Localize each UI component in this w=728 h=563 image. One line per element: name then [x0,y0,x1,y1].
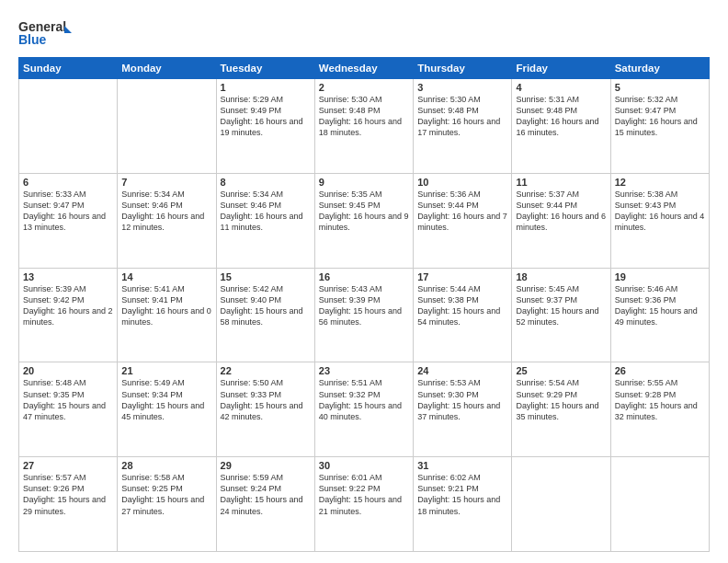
week-row-5: 27Sunrise: 5:57 AM Sunset: 9:26 PM Dayli… [19,457,710,552]
day-number: 6 [23,177,113,188]
day-number: 10 [417,177,507,188]
day-cell: 25Sunrise: 5:54 AM Sunset: 9:29 PM Dayli… [512,362,610,457]
day-cell: 28Sunrise: 5:58 AM Sunset: 9:25 PM Dayli… [118,457,216,552]
day-info: Sunrise: 5:37 AM Sunset: 9:44 PM Dayligh… [516,189,606,234]
day-info: Sunrise: 5:30 AM Sunset: 9:48 PM Dayligh… [319,94,409,139]
day-number: 5 [615,82,705,93]
day-info: Sunrise: 5:32 AM Sunset: 9:47 PM Dayligh… [615,94,705,139]
day-cell: 1Sunrise: 5:29 AM Sunset: 9:49 PM Daylig… [216,79,314,174]
day-cell: 27Sunrise: 5:57 AM Sunset: 9:26 PM Dayli… [19,457,118,552]
calendar-page: GeneralBlue SundayMondayTuesdayWednesday… [0,0,728,563]
day-cell: 26Sunrise: 5:55 AM Sunset: 9:28 PM Dayli… [610,362,709,457]
day-number: 19 [615,271,705,282]
week-row-2: 6Sunrise: 5:33 AM Sunset: 9:47 PM Daylig… [19,173,710,268]
day-cell: 20Sunrise: 5:48 AM Sunset: 9:35 PM Dayli… [19,362,118,457]
day-number: 25 [516,365,606,376]
day-cell [512,457,610,552]
day-info: Sunrise: 5:44 AM Sunset: 9:38 PM Dayligh… [417,283,507,328]
day-cell: 8Sunrise: 5:34 AM Sunset: 9:46 PM Daylig… [216,173,314,268]
day-number: 3 [417,82,507,93]
day-info: Sunrise: 5:49 AM Sunset: 9:34 PM Dayligh… [121,377,211,422]
day-cell: 12Sunrise: 5:38 AM Sunset: 9:43 PM Dayli… [610,173,709,268]
day-info: Sunrise: 5:55 AM Sunset: 9:28 PM Dayligh… [615,377,705,422]
day-cell: 7Sunrise: 5:34 AM Sunset: 9:46 PM Daylig… [118,173,216,268]
day-info: Sunrise: 5:59 AM Sunset: 9:24 PM Dayligh… [221,472,311,517]
day-number: 20 [23,365,113,376]
day-info: Sunrise: 5:57 AM Sunset: 9:26 PM Dayligh… [23,472,113,517]
header: GeneralBlue [18,17,710,50]
day-info: Sunrise: 5:54 AM Sunset: 9:29 PM Dayligh… [516,377,606,422]
day-cell: 30Sunrise: 6:01 AM Sunset: 9:22 PM Dayli… [314,457,413,552]
logo-svg: GeneralBlue [18,17,74,50]
day-cell: 5Sunrise: 5:32 AM Sunset: 9:47 PM Daylig… [610,79,709,174]
day-number: 21 [121,365,211,376]
day-info: Sunrise: 5:33 AM Sunset: 9:47 PM Dayligh… [23,189,113,234]
weekday-header-sunday: Sunday [19,58,118,79]
day-info: Sunrise: 5:48 AM Sunset: 9:35 PM Dayligh… [23,377,113,422]
day-cell: 14Sunrise: 5:41 AM Sunset: 9:41 PM Dayli… [118,268,216,362]
day-cell: 2Sunrise: 5:30 AM Sunset: 9:48 PM Daylig… [314,79,413,174]
day-number: 13 [23,271,113,282]
day-cell: 4Sunrise: 5:31 AM Sunset: 9:48 PM Daylig… [512,79,610,174]
day-number: 30 [319,460,409,471]
day-number: 4 [516,82,606,93]
day-cell: 19Sunrise: 5:46 AM Sunset: 9:36 PM Dayli… [610,268,709,362]
day-number: 12 [615,177,705,188]
weekday-header-saturday: Saturday [610,58,709,79]
day-info: Sunrise: 5:39 AM Sunset: 9:42 PM Dayligh… [23,283,113,328]
day-info: Sunrise: 5:34 AM Sunset: 9:46 PM Dayligh… [221,189,311,234]
day-info: Sunrise: 5:29 AM Sunset: 9:49 PM Dayligh… [221,94,311,139]
week-row-4: 20Sunrise: 5:48 AM Sunset: 9:35 PM Dayli… [19,362,710,457]
day-number: 29 [221,460,311,471]
day-info: Sunrise: 5:51 AM Sunset: 9:32 PM Dayligh… [319,377,409,422]
day-cell: 24Sunrise: 5:53 AM Sunset: 9:30 PM Dayli… [414,362,512,457]
day-cell: 9Sunrise: 5:35 AM Sunset: 9:45 PM Daylig… [314,173,413,268]
svg-marker-2 [64,26,72,33]
day-cell: 21Sunrise: 5:49 AM Sunset: 9:34 PM Dayli… [118,362,216,457]
day-cell: 6Sunrise: 5:33 AM Sunset: 9:47 PM Daylig… [19,173,118,268]
day-cell [118,79,216,174]
day-info: Sunrise: 5:38 AM Sunset: 9:43 PM Dayligh… [615,189,705,234]
day-info: Sunrise: 5:45 AM Sunset: 9:37 PM Dayligh… [516,283,606,328]
day-cell: 17Sunrise: 5:44 AM Sunset: 9:38 PM Dayli… [414,268,512,362]
weekday-header-monday: Monday [118,58,216,79]
day-number: 22 [221,365,311,376]
day-cell: 13Sunrise: 5:39 AM Sunset: 9:42 PM Dayli… [19,268,118,362]
day-number: 14 [121,271,211,282]
day-info: Sunrise: 5:41 AM Sunset: 9:41 PM Dayligh… [121,283,211,328]
day-info: Sunrise: 5:30 AM Sunset: 9:48 PM Dayligh… [417,94,507,139]
day-cell: 16Sunrise: 5:43 AM Sunset: 9:39 PM Dayli… [314,268,413,362]
day-cell: 10Sunrise: 5:36 AM Sunset: 9:44 PM Dayli… [414,173,512,268]
day-number: 26 [615,365,705,376]
day-number: 2 [319,82,409,93]
day-cell: 29Sunrise: 5:59 AM Sunset: 9:24 PM Dayli… [216,457,314,552]
day-cell: 3Sunrise: 5:30 AM Sunset: 9:48 PM Daylig… [414,79,512,174]
day-number: 17 [417,271,507,282]
day-number: 28 [121,460,211,471]
day-cell [610,457,709,552]
day-info: Sunrise: 5:31 AM Sunset: 9:48 PM Dayligh… [516,94,606,139]
weekday-header-wednesday: Wednesday [314,58,413,79]
day-info: Sunrise: 5:50 AM Sunset: 9:33 PM Dayligh… [221,377,311,422]
day-info: Sunrise: 5:42 AM Sunset: 9:40 PM Dayligh… [221,283,311,328]
day-cell [19,79,118,174]
day-cell: 22Sunrise: 5:50 AM Sunset: 9:33 PM Dayli… [216,362,314,457]
day-cell: 15Sunrise: 5:42 AM Sunset: 9:40 PM Dayli… [216,268,314,362]
day-number: 1 [221,82,311,93]
day-number: 31 [417,460,507,471]
day-number: 16 [319,271,409,282]
day-cell: 31Sunrise: 6:02 AM Sunset: 9:21 PM Dayli… [414,457,512,552]
calendar-table: SundayMondayTuesdayWednesdayThursdayFrid… [18,57,710,552]
day-number: 11 [516,177,606,188]
day-cell: 18Sunrise: 5:45 AM Sunset: 9:37 PM Dayli… [512,268,610,362]
day-cell: 23Sunrise: 5:51 AM Sunset: 9:32 PM Dayli… [314,362,413,457]
day-number: 23 [319,365,409,376]
day-info: Sunrise: 5:43 AM Sunset: 9:39 PM Dayligh… [319,283,409,328]
day-number: 24 [417,365,507,376]
day-number: 15 [221,271,311,282]
weekday-header-friday: Friday [512,58,610,79]
day-info: Sunrise: 5:46 AM Sunset: 9:36 PM Dayligh… [615,283,705,328]
day-info: Sunrise: 5:36 AM Sunset: 9:44 PM Dayligh… [417,189,507,234]
day-number: 9 [319,177,409,188]
weekday-header-thursday: Thursday [414,58,512,79]
